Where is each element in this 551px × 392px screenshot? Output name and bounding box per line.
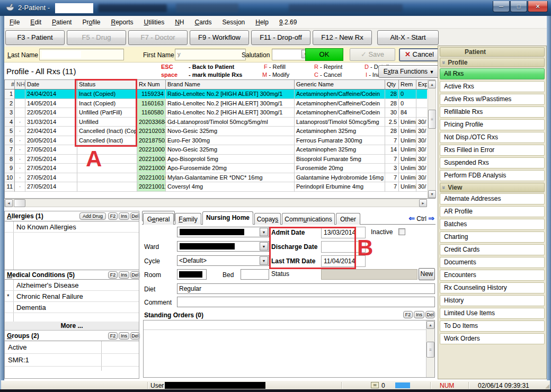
col-header-generic[interactable]: Generic Name [295,80,385,89]
room-input[interactable] [177,269,207,280]
menu-file[interactable]: File [4,16,25,28]
col-header-rxnum[interactable]: Rx Num [137,80,166,89]
sidebar-item-pricing-profile[interactable]: Pricing Profile [440,119,545,130]
home-select[interactable]: ▼ [177,227,269,237]
last-name-input[interactable] [39,49,124,60]
close-button[interactable]: ✕ [528,1,548,12]
sidebar-item-perform-fdb-analysis[interactable]: Perform FDB Analysis [440,170,545,181]
sidebar-item-active-rxs-passtimes[interactable]: Active Rxs w/Passtimes [440,94,545,105]
menu-profile[interactable]: Profile [77,16,105,28]
tab-nursing-home[interactable]: Nursing Home [202,211,253,225]
menu-patient[interactable]: Patient [47,16,77,28]
sidebar-item-rx-counseling-history[interactable]: Rx Counseling History [440,282,545,293]
tab-copays[interactable]: Copays [254,213,281,225]
extra-functions-button[interactable]: Extra Functions ▼ [378,65,439,78]
groups-del-button[interactable]: Del [130,332,140,340]
menu-session[interactable]: Session [217,16,251,28]
sidebar-item-rxs-filled-in-error[interactable]: Rxs Filled in Error [440,145,545,156]
menu-cards[interactable]: Cards [190,16,217,28]
table-row[interactable]: 9·27/05/2014202210009Apo-Furosemide 20mg… [5,164,428,173]
scrollbar-thumb[interactable]: ≡ [428,110,436,129]
sidebar-item-limited-use-items[interactable]: Limited Use Items [440,308,545,319]
table-horizontal-scrollbar[interactable]: ◄ ► [4,199,427,207]
sidebar-profile-header[interactable]: »Profile [440,58,545,67]
table-row[interactable]: 8·27/05/2014202210008Apo-Bisoprolol 5mgB… [5,155,428,164]
add-drug-button[interactable]: Add Drug [79,212,106,220]
f9-workflow-button[interactable]: F9 - Workflow [190,30,249,45]
table-row[interactable]: 5·22/04/2014Cancelled (Inact) (Copi20210… [5,127,428,136]
scroll-right-icon[interactable]: ► [419,199,427,207]
list-item[interactable]: No Known Allergies [5,221,139,233]
col-header-exp[interactable]: Exp [416,80,427,89]
scroll-left-icon[interactable]: ◄ [5,199,13,207]
bed-input[interactable] [241,269,269,280]
menu-edit[interactable]: Edit [25,16,47,28]
cycle-select[interactable]: <Default> ▼ [177,255,269,266]
sidebar-item-active-rxs[interactable]: Active Rxs [440,81,545,92]
medical-del-button[interactable]: Del [130,271,140,279]
sidebar-item-history[interactable]: History [440,295,545,306]
sidebar-item-suspended-rxs[interactable]: Suspended Rxs [440,157,545,168]
chevron-down-icon[interactable]: ▼ [260,242,268,251]
standing-orders-list[interactable]: ▲ ≡ [143,320,435,378]
table-row[interactable]: 6·20/05/2014Cancelled (Inact)202187502Eu… [5,136,428,146]
col-header-brand[interactable]: Brand Name [166,80,295,89]
table-row[interactable]: 124/04/2014Inact (Copied)1159234Ratio-Le… [5,90,428,99]
minimize-button[interactable]: ─ [493,1,510,12]
list-item[interactable]: SMR:1 [5,354,139,367]
sidebar-item-all-rxs[interactable]: All Rxs [440,68,545,79]
sidebar-item-alternate-addresses[interactable]: Alternate Addresses [440,193,545,204]
sidebar-item-credit-cards[interactable]: Credit Cards [440,244,545,255]
col-header-date[interactable]: Date [25,80,77,89]
list-item[interactable]: Dementia [5,302,139,313]
ok-button[interactable]: OK [305,48,343,61]
arrow-right-icon[interactable]: ⇒ [428,214,434,222]
save-button[interactable]: ✓ Save [350,48,395,61]
table-vertical-scrollbar[interactable]: ▲ ≡ ▼ [428,80,436,198]
new-button[interactable]: New [419,268,435,280]
sidebar-item-ar-profile[interactable]: AR Profile [440,206,545,217]
medical-f2-button[interactable]: F2 [108,271,118,279]
scrollbar-thumb[interactable]: ≡ [426,342,434,358]
altx-start-button[interactable]: Alt-X - Start [377,30,439,45]
sidebar-item-work-orders[interactable]: Work Orders [440,333,545,344]
scrollbar-thumb[interactable] [14,199,25,207]
standing-scrollbar[interactable]: ▲ ≡ [426,320,434,377]
chevron-down-icon[interactable]: ▼ [260,256,268,265]
list-item[interactable]: Alzheimer's Disease [5,280,139,291]
standing-ins-button[interactable]: Ins [414,311,424,318]
menu-utilities[interactable]: Utilities [139,16,170,28]
sidebar-item-to-do-items[interactable]: To Do Items [440,320,545,332]
first-name-input[interactable]: y [175,49,246,60]
inactive-checkbox[interactable] [398,228,405,235]
scroll-up-icon[interactable]: ▲ [426,321,434,329]
table-row[interactable]: 7·27/05/2014202210007Novo-Gesic 325mgAce… [5,145,428,155]
tab-communications[interactable]: Communications [282,213,335,225]
sidebar-item-not-disp-otc[interactable]: Not Disp./OTC Rxs [440,132,545,143]
allergies-f2-button[interactable]: F2 [108,212,118,220]
cancel-button[interactable]: ✕ Cancel [399,48,440,61]
mail-icon[interactable]: ✉ [371,382,379,388]
arrow-left-icon[interactable]: ⇐ [408,214,415,222]
f3-patient-button[interactable]: F3 - Patient [5,30,65,45]
table-row[interactable]: 4·31/03/2014Unfilled202033684Gd-Latanopr… [5,118,428,127]
groups-f2-button[interactable]: F2 [108,332,118,340]
scroll-up-icon[interactable]: ▲ [428,81,436,88]
comment-input[interactable] [177,297,435,307]
list-item[interactable]: *Chronic Renal Failure [5,291,139,302]
f7-doctor-button[interactable]: F7 - Doctor [128,30,188,45]
menu-version[interactable]: 9.2.69 [274,16,302,28]
col-header-nh[interactable]: NH [15,80,25,89]
sidebar-view-header[interactable]: »View [440,183,545,192]
list-item[interactable]: Active [5,341,139,354]
table-row[interactable]: 10·27/05/2014202210010Mylan-Galantamine … [5,173,428,183]
sidebar-patient-header[interactable]: Patient [440,47,545,57]
ward-select[interactable]: ▼ [177,241,269,252]
tab-family[interactable]: Family [175,213,201,225]
sidebar-item-encounters[interactable]: Encounters [440,270,545,281]
maximize-button[interactable]: □ [510,1,527,12]
tab-other[interactable]: Other [336,213,360,225]
col-header-num[interactable]: # [5,80,15,89]
medical-ins-button[interactable]: Ins [119,271,129,279]
diet-input[interactable]: Regular [177,283,435,294]
